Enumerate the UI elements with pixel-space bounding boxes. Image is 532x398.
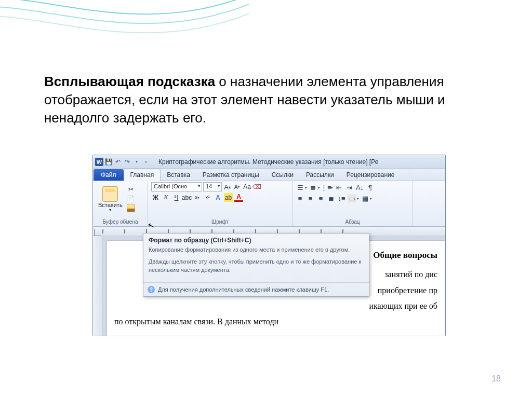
line-spacing-icon[interactable]: ↕≡ [337,194,346,203]
tooltip-line-2: Дважды щелкните эту кнопку, чтобы примен… [149,258,364,274]
paragraph-group-label: Абзац [296,218,409,226]
tooltip-line-1: Копирование форматирования из одного мес… [149,246,364,254]
clipboard-group-label: Буфер обмена [96,218,144,226]
window-title: Криптографические алгоритмы. Методически… [158,158,378,166]
ribbon: Вставить ▼ ✂ 📄 Буфер обмена Calibri (Осн… [93,181,445,227]
align-center-icon[interactable]: ≡ [306,194,315,203]
shading-icon[interactable]: ▭ [348,194,356,203]
increase-indent-icon[interactable]: ⇥ [345,183,354,192]
font-color-icon[interactable]: A [234,193,243,202]
tooltip-footer-text: Для получения дополнительных сведений на… [158,286,329,293]
superscript-button[interactable]: x² [203,193,212,202]
paste-button[interactable]: Вставить ▼ [96,185,125,213]
paste-dropdown-icon: ▼ [109,208,112,212]
tab-review[interactable]: Рецензирование [340,169,401,181]
group-font: Calibri (Осно 14 A▴ A▾ Aa ⌫ Ж К Ч abc x₂… [148,181,292,226]
ruler-corner-icon [94,229,101,236]
group-paragraph: ☰▾ ≣▾ ⋮≡▾ ⇤ ⇥ A↓ ¶ ≡ ≡ ≡ ≣ ↕≡ ▭▾ ▦▾ [292,181,413,226]
tooltip-footer: ? Для получения дополнительных сведений … [143,282,369,296]
borders-icon[interactable]: ▦ [361,194,369,203]
slide-paragraph: Всплывающая подсказка о назначении элеме… [44,73,475,127]
title-bar: W 💾 ↶ ↷ ▾ ▫ Криптографические алгоритмы.… [93,155,445,169]
font-group-label: Шрифт [151,218,289,226]
tooltip-title: Формат по образцу (Ctrl+Shift+C) [143,234,369,246]
show-marks-icon[interactable]: ¶ [366,183,375,192]
align-right-icon[interactable]: ≡ [316,194,325,203]
tooltip: Формат по образцу (Ctrl+Shift+C) Копиров… [143,233,369,297]
font-size-combo[interactable]: 14 [203,182,222,191]
qat-customize-icon[interactable]: ▾ [132,158,141,166]
tab-page-layout[interactable]: Разметка страницы [196,169,265,181]
bold-button[interactable]: Ж [151,193,160,202]
tab-mailings[interactable]: Рассылки [300,169,340,181]
qat-extra-icon[interactable]: ▫ [142,158,150,166]
justify-icon[interactable]: ≣ [327,194,336,203]
redo-icon[interactable]: ↷ [123,158,131,166]
strike-button[interactable]: abc [182,193,191,202]
grow-font-icon[interactable]: A▴ [223,183,232,191]
slide-bold-term: Всплывающая подсказка [44,74,215,89]
subscript-button[interactable]: x₂ [193,193,202,202]
doc-line-3: икающих при ее об [114,298,437,314]
highlight-icon[interactable]: ab [224,193,233,202]
paste-icon [102,186,118,202]
tooltip-body: Копирование форматирования из одного мес… [143,246,369,282]
sort-icon[interactable]: A↓ [355,183,364,192]
bullets-icon[interactable]: ☰ [296,183,304,192]
cut-icon[interactable]: ✂ [127,185,135,194]
doc-line-4: по открытым каналам связи. В данных мето… [114,314,437,330]
underline-button[interactable]: Ч [172,193,181,202]
change-case-icon[interactable]: Aa [243,183,251,191]
shrink-font-icon[interactable]: A▾ [233,183,242,191]
multilevel-icon[interactable]: ⋮≡ [322,183,330,192]
group-clipboard: Вставить ▼ ✂ 📄 Буфер обмена [93,181,148,226]
clear-format-icon[interactable]: ⌫ [252,183,261,191]
tab-file[interactable]: Файл [94,169,124,181]
tab-home[interactable]: Главная [124,169,161,181]
align-left-icon[interactable]: ≡ [296,194,304,203]
page-number: 18 [491,374,501,383]
tab-references[interactable]: Ссылки [265,169,300,181]
ribbon-tabs: Файл Главная Вставка Разметка страницы С… [93,169,445,181]
copy-icon[interactable]: 📄 [127,195,135,203]
format-painter-button[interactable] [127,204,135,212]
tab-insert[interactable]: Вставка [161,169,196,181]
help-icon: ? [148,286,155,293]
undo-icon[interactable]: ↶ [114,158,122,166]
italic-button[interactable]: К [162,193,170,202]
font-name-combo[interactable]: Calibri (Осно [151,182,202,191]
text-effects-icon[interactable]: A [214,193,222,202]
paste-label: Вставить [98,202,123,208]
numbering-icon[interactable]: ≣ [309,183,317,192]
decrease-indent-icon[interactable]: ⇤ [335,183,343,192]
vertical-ruler[interactable] [93,236,102,336]
decorative-wave [0,0,249,78]
word-window: W 💾 ↶ ↷ ▾ ▫ Криптографические алгоритмы.… [92,155,446,336]
save-icon[interactable]: 💾 [104,158,113,166]
word-app-icon: W [95,158,103,166]
